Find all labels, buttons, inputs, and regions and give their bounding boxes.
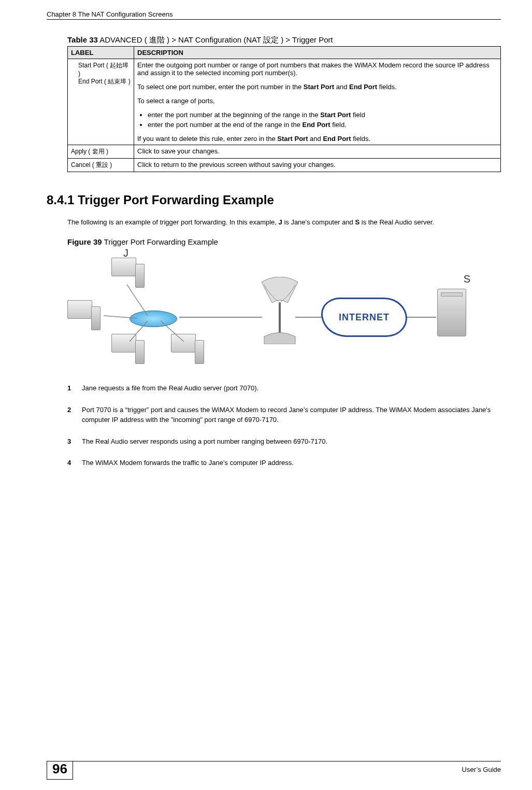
footer-rule (47, 761, 501, 761)
section-intro: The following is an example of trigger p… (67, 218, 501, 227)
list-item: Port 7070 is a “trigger” port and causes… (67, 405, 501, 425)
svg-line-3 (161, 321, 184, 342)
row-description: Click to save your changes. (134, 145, 501, 159)
row-description: Enter the outgoing port number or range … (134, 59, 501, 145)
figure-label-s: S (464, 273, 470, 285)
figure-diagram: J S INTERNET (67, 248, 471, 368)
row-desc-p4: If you want to delete this rule, enter z… (137, 135, 497, 143)
wire-icon (295, 317, 324, 322)
list-item: enter the port number at the end of the … (148, 121, 497, 129)
antenna-icon (259, 277, 300, 344)
spoke-lines-icon (88, 269, 207, 352)
internet-label: INTERNET (339, 312, 390, 323)
header-rule (47, 19, 501, 20)
svg-line-0 (127, 285, 148, 316)
row-label-end-port: End Port ( 結束埠 ) (71, 77, 131, 86)
row-description: Click to return to the previous screen w… (134, 159, 501, 172)
table-number: Table 33 (67, 35, 98, 44)
row-label-apply: Apply ( 套用 ) (68, 145, 134, 159)
row-desc-p1: Enter the outgoing port number or range … (137, 61, 497, 77)
chapter-title: Chapter 8 The NAT Configuration Screens (47, 10, 173, 18)
list-item: The WiMAX Modem forwards the traffic to … (67, 458, 501, 468)
internet-cloud-icon: INTERNET (321, 298, 407, 337)
svg-line-1 (104, 316, 137, 318)
row-desc-list: enter the port number at the beginning o… (137, 111, 497, 129)
th-label: LABEL (68, 47, 134, 59)
page-footer: 96 User’s Guide (0, 761, 532, 780)
table-row: Apply ( 套用 ) Click to save your changes. (68, 145, 501, 159)
table-caption: Table 33 ADVANCED ( 進階 ) > NAT Configura… (67, 35, 501, 45)
row-desc-p3: To select a range of ports, (137, 97, 497, 105)
list-item: enter the port number at the beginning o… (148, 111, 497, 119)
section-heading: 8.4.1 Trigger Port Forwarding Example (47, 193, 501, 207)
table-title: ADVANCED ( 進階 ) > NAT Configuration (NAT… (98, 35, 333, 44)
th-description: DESCRIPTION (134, 47, 501, 59)
table-row: Cancel ( 重設 ) Click to return to the pre… (68, 159, 501, 172)
config-table: LABEL DESCRIPTION Start Port ( 起始埠 ) End… (67, 46, 501, 172)
row-label-start-port: Start Port ( 起始埠 ) (71, 61, 131, 77)
guide-label: User’s Guide (462, 765, 501, 773)
figure-caption: Figure 39 Trigger Port Forwarding Exampl… (67, 237, 501, 246)
figure-title: Trigger Port Forwarding Example (102, 237, 218, 246)
server-icon (437, 289, 466, 336)
table-row: Start Port ( 起始埠 ) End Port ( 結束埠 ) Ente… (68, 59, 501, 145)
row-label-cancel: Cancel ( 重設 ) (68, 159, 134, 172)
page-number: 96 (47, 761, 73, 780)
wire-icon (405, 317, 436, 322)
svg-line-2 (130, 321, 148, 342)
list-item: The Real Audio server responds using a p… (67, 436, 501, 447)
row-desc-p2: To select one port number, enter the por… (137, 83, 497, 91)
figure-number: Figure 39 (67, 237, 102, 246)
list-item: Jane requests a file from the Real Audio… (67, 383, 501, 393)
steps-list: Jane requests a file from the Real Audio… (67, 383, 501, 468)
